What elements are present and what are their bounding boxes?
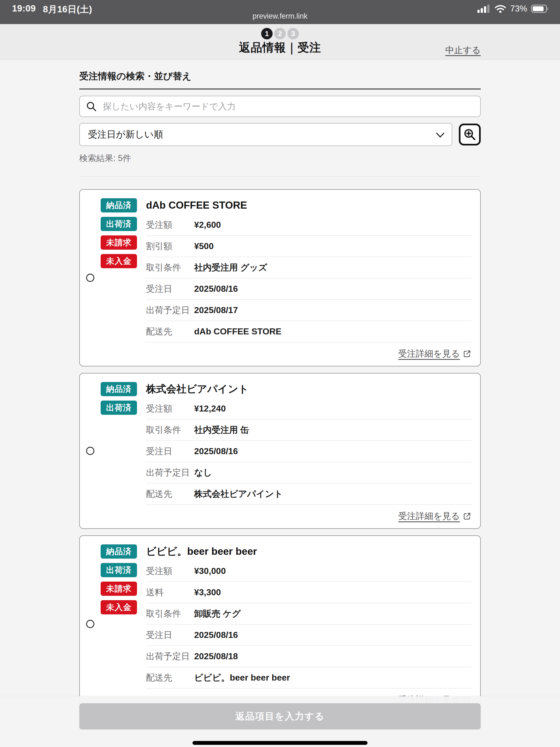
battery-icon xyxy=(531,4,549,13)
order-detail-link[interactable]: 受注詳細を見る xyxy=(399,510,472,522)
order-field-row: 受注日 2025/08/16 xyxy=(146,278,472,300)
order-card: 納品済 出荷済 株式会社ビアパイント 受注額 ¥12,240 取引条件 社内受注… xyxy=(79,373,481,529)
result-count: 検索結果: 5件 xyxy=(79,153,131,164)
order-field-row: 取引条件 卸販売 ケグ xyxy=(146,603,472,624)
home-indicator xyxy=(193,741,367,745)
url-text: preview.ferm.link xyxy=(0,12,560,21)
sort-select-value: 受注日が新しい順 xyxy=(88,128,163,141)
order-radio[interactable] xyxy=(86,620,94,628)
order-radio[interactable] xyxy=(86,274,94,282)
section-title: 受注情報の検索・並び替え xyxy=(79,70,481,89)
status-badge: 出荷済 xyxy=(101,563,137,577)
customer-name: ビビビ。beer beer beer xyxy=(146,545,257,558)
order-detail-link[interactable]: 受注詳細を見る xyxy=(399,348,472,360)
chevron-down-icon xyxy=(436,132,444,138)
cancel-link[interactable]: 中止する xyxy=(446,44,481,56)
divider xyxy=(79,176,481,177)
order-card: 納品済 出荷済 未請求 未入金 ビビビ。beer beer beer 受注額 ¥… xyxy=(79,535,481,713)
status-badge: 未請求 xyxy=(101,235,137,250)
wifi-icon xyxy=(494,4,506,13)
order-field-row: 送料 ¥3,300 xyxy=(146,582,472,603)
status-badge: 出荷済 xyxy=(101,217,137,231)
order-field-row: 配送先 dAb COFFEE STORE xyxy=(146,321,472,342)
order-field-row: 受注日 2025/08/16 xyxy=(146,624,472,646)
order-field-row: 受注額 ¥12,240 xyxy=(146,398,472,419)
status-badge: 納品済 xyxy=(101,198,137,212)
order-field-row: 受注日 2025/08/16 xyxy=(146,441,472,462)
external-link-icon xyxy=(463,512,472,521)
sort-select[interactable]: 受注日が新しい順 xyxy=(79,123,452,146)
order-field-row: 受注額 ¥2,600 xyxy=(146,214,472,236)
order-field-row: 配送先 ビビビ。beer beer beer xyxy=(146,667,472,689)
status-badge: 未入金 xyxy=(101,600,137,614)
step-indicator: 1 2 3 xyxy=(0,28,560,40)
customer-name: dAb COFFEE STORE xyxy=(146,200,247,211)
status-badge: 納品済 xyxy=(101,544,137,559)
step-3: 3 xyxy=(287,28,299,40)
status-badge: 納品済 xyxy=(101,382,137,396)
page: 19:09 8月16日(土) preview.ferm.link xyxy=(0,0,560,747)
order-field-row: 割引額 ¥500 xyxy=(146,236,472,257)
order-field-row: 配送先 株式会社ビアパイント xyxy=(146,483,472,505)
status-badge: 未入金 xyxy=(101,254,137,268)
status-badge: 出荷済 xyxy=(101,401,137,415)
search-input[interactable] xyxy=(79,96,481,117)
order-field-row: 取引条件 社内受注用 グッズ xyxy=(146,257,472,278)
customer-name: 株式会社ビアパイント xyxy=(146,382,249,396)
step-2: 2 xyxy=(274,28,286,40)
order-field-row: 受注額 ¥30,000 xyxy=(146,561,472,582)
order-list: 納品済 出荷済 未請求 未入金 dAb COFFEE STORE 受注額 ¥2,… xyxy=(79,189,481,713)
external-link-icon xyxy=(463,350,472,358)
order-radio[interactable] xyxy=(86,447,94,455)
status-bar: 19:09 8月16日(土) preview.ferm.link xyxy=(0,0,560,24)
submit-return-items-button[interactable]: 返品項目を入力する xyxy=(79,703,481,729)
advanced-search-button[interactable] xyxy=(459,124,481,146)
order-field-row: 出荷予定日 なし xyxy=(146,462,472,483)
battery-percent: 73% xyxy=(510,4,527,14)
order-field-row: 出荷予定日 2025/08/17 xyxy=(146,300,472,321)
wizard-header: 1 2 3 返品情報｜受注 中止する xyxy=(0,24,560,60)
status-badge: 未請求 xyxy=(101,582,137,596)
zoom-in-icon xyxy=(463,128,476,141)
cellular-icon xyxy=(478,4,490,13)
order-card: 納品済 出荷済 未請求 未入金 dAb COFFEE STORE 受注額 ¥2,… xyxy=(79,189,481,366)
footer-bar: 返品項目を入力する xyxy=(0,696,560,747)
order-field-row: 出荷予定日 2025/08/18 xyxy=(146,646,472,667)
order-field-row: 取引条件 社内受注用 缶 xyxy=(146,419,472,441)
step-1: 1 xyxy=(261,28,273,40)
